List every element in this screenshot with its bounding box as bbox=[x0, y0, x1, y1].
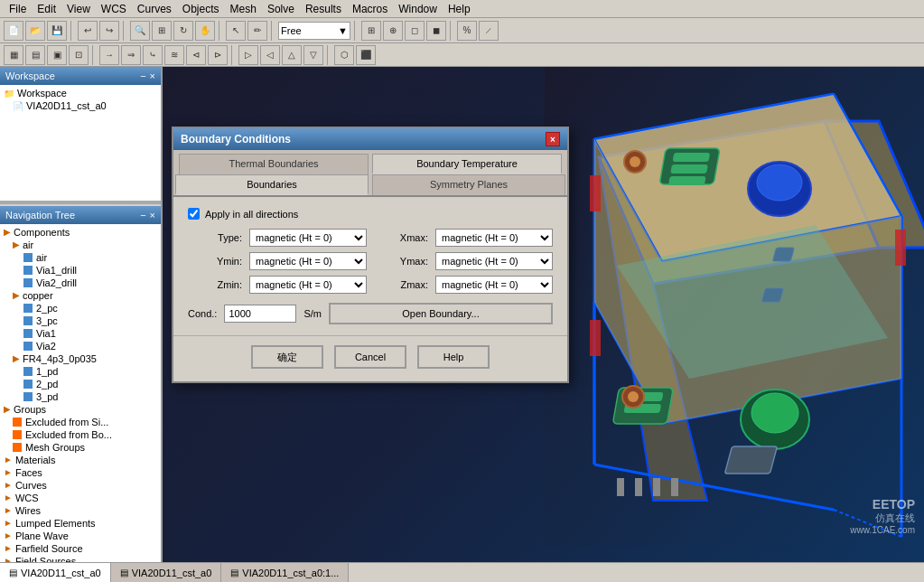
nav-item-21[interactable]: ► WCS bbox=[2, 492, 159, 504]
workspace-pin[interactable]: − bbox=[140, 70, 145, 81]
snap-button[interactable]: ⊕ bbox=[383, 21, 403, 41]
mesh-btn2[interactable]: ▤ bbox=[25, 45, 45, 65]
zoom-in-button[interactable]: 🔍 bbox=[130, 21, 150, 41]
nav-item-8[interactable]: Via1 bbox=[2, 327, 159, 340]
ymin-select[interactable]: magnetic (Ht = 0)electric (Et = 0)open (… bbox=[249, 252, 367, 270]
zoom-fit-button[interactable]: ⊞ bbox=[152, 21, 172, 41]
menu-macros[interactable]: Macros bbox=[347, 1, 393, 17]
nav-item-1[interactable]: ▶ air bbox=[2, 239, 159, 251]
open-boundary-button[interactable]: Open Boundary... bbox=[329, 303, 553, 324]
nav-item-14[interactable]: ▶ Groups bbox=[2, 403, 159, 416]
menu-help[interactable]: Help bbox=[443, 1, 476, 17]
workspace-root[interactable]: 📁 Workspace bbox=[2, 87, 159, 99]
tab-symmetry-planes[interactable]: Symmetry Planes bbox=[372, 174, 565, 195]
xmax-select[interactable]: magnetic (Ht = 0)electric (Et = 0)open (… bbox=[435, 229, 553, 247]
nav-item-25[interactable]: ► Farfield Source bbox=[2, 542, 159, 555]
view-btn3[interactable]: △ bbox=[282, 45, 302, 65]
ymax-select[interactable]: magnetic (Ht = 0)electric (Et = 0)open (… bbox=[435, 252, 553, 270]
new-button[interactable]: 📄 bbox=[4, 21, 23, 41]
cond-input[interactable] bbox=[224, 305, 296, 323]
view-btn2[interactable]: ◁ bbox=[260, 45, 280, 65]
line-button[interactable]: ⟋ bbox=[479, 21, 499, 41]
menu-objects[interactable]: Objects bbox=[177, 1, 225, 17]
nav-item-23[interactable]: ► Lumped Elements bbox=[2, 517, 159, 530]
nav-item-19[interactable]: ► Faces bbox=[2, 466, 159, 479]
nav-item-13[interactable]: 3_pd bbox=[2, 390, 159, 403]
menu-view[interactable]: View bbox=[61, 1, 96, 17]
solid-button[interactable]: ◼ bbox=[426, 21, 446, 41]
nav-item-7[interactable]: 3_pc bbox=[2, 314, 159, 327]
view-btn4[interactable]: ▽ bbox=[303, 45, 323, 65]
nav-item-9[interactable]: Via2 bbox=[2, 340, 159, 352]
tab-thermal-boundaries[interactable]: Thermal Boundaries bbox=[179, 154, 369, 174]
apply-all-checkbox[interactable] bbox=[188, 208, 200, 220]
menu-mesh[interactable]: Mesh bbox=[225, 1, 262, 17]
field-btn4[interactable]: ≋ bbox=[164, 45, 184, 65]
menu-solve[interactable]: Solve bbox=[262, 1, 300, 17]
undo-button[interactable]: ↩ bbox=[78, 21, 98, 41]
field-btn2[interactable]: ⇒ bbox=[121, 45, 141, 65]
menu-wcs[interactable]: WCS bbox=[96, 1, 132, 17]
iso-btn[interactable]: ⬡ bbox=[334, 45, 354, 65]
nav-close[interactable]: × bbox=[150, 210, 155, 221]
zmin-select[interactable]: magnetic (Ht = 0)electric (Et = 0)open (… bbox=[249, 276, 367, 294]
status-tab-2[interactable]: ▤ VIA20D11_cst_a0:1... bbox=[221, 563, 349, 582]
rotate-button[interactable]: ↻ bbox=[173, 21, 193, 41]
nav-item-11[interactable]: 1_pd bbox=[2, 365, 159, 378]
nav-item-5[interactable]: ▶ copper bbox=[2, 289, 159, 302]
status-tab-0[interactable]: ▤ VIA20D11_cst_a0 bbox=[0, 563, 111, 582]
nav-item-18[interactable]: ► Materials bbox=[2, 454, 159, 466]
field-btn6[interactable]: ⊳ bbox=[208, 45, 228, 65]
nav-item-3[interactable]: Via1_drill bbox=[2, 264, 159, 277]
zmax-select[interactable]: magnetic (Ht = 0)electric (Et = 0)open (… bbox=[435, 276, 553, 294]
save-button[interactable]: 💾 bbox=[47, 21, 67, 41]
menu-results[interactable]: Results bbox=[300, 1, 347, 17]
nav-item-15[interactable]: Excluded from Si... bbox=[2, 416, 159, 428]
nav-item-12[interactable]: 2_pd bbox=[2, 378, 159, 390]
mesh-btn3[interactable]: ▣ bbox=[47, 45, 67, 65]
open-button[interactable]: 📂 bbox=[25, 21, 45, 41]
menu-file[interactable]: File bbox=[4, 1, 32, 17]
nav-item-4[interactable]: Via2_drill bbox=[2, 277, 159, 289]
mesh-btn4[interactable]: ⊡ bbox=[69, 45, 89, 65]
nav-item-16[interactable]: Excluded from Bo... bbox=[2, 428, 159, 441]
tab-boundaries[interactable]: Boundaries bbox=[175, 174, 369, 195]
nav-item-26[interactable]: ► Field Sources bbox=[2, 555, 159, 563]
nav-item-0[interactable]: ▶ Components bbox=[2, 226, 159, 239]
field-btn3[interactable]: ⤷ bbox=[143, 45, 163, 65]
front-btn[interactable]: ⬛ bbox=[356, 45, 376, 65]
nav-item-6[interactable]: 2_pc bbox=[2, 302, 159, 314]
mesh-btn1[interactable]: ▦ bbox=[4, 45, 23, 65]
nav-item-24[interactable]: ► Plane Wave bbox=[2, 530, 159, 542]
nav-item-20[interactable]: ► Curves bbox=[2, 479, 159, 492]
workspace-close[interactable]: × bbox=[150, 70, 155, 81]
select-button[interactable]: ↖ bbox=[226, 21, 246, 41]
field-btn1[interactable]: → bbox=[99, 45, 119, 65]
draw-button[interactable]: ✏ bbox=[247, 21, 267, 41]
view-btn1[interactable]: ▷ bbox=[238, 45, 258, 65]
tab-boundary-temperature[interactable]: Boundary Temperature bbox=[372, 154, 562, 174]
confirm-button[interactable]: 确定 bbox=[251, 345, 323, 369]
menu-window[interactable]: Window bbox=[393, 1, 443, 17]
nav-item-22[interactable]: ► Wires bbox=[2, 504, 159, 517]
grid-button[interactable]: ⊞ bbox=[361, 21, 381, 41]
wireframe-button[interactable]: ◻ bbox=[405, 21, 425, 41]
nav-item-10[interactable]: ▶ FR4_4p3_0p035 bbox=[2, 352, 159, 365]
menu-curves[interactable]: Curves bbox=[132, 1, 177, 17]
menu-edit[interactable]: Edit bbox=[32, 1, 61, 17]
type-select[interactable]: magnetic (Ht = 0)electric (Et = 0)open (… bbox=[249, 229, 367, 247]
nav-item-17[interactable]: Mesh Groups bbox=[2, 441, 159, 454]
free-dropdown[interactable]: Free ▼ bbox=[278, 22, 350, 40]
percent-button[interactable]: % bbox=[457, 21, 477, 41]
resize-handle[interactable] bbox=[0, 201, 161, 204]
nav-item-2[interactable]: air bbox=[2, 251, 159, 264]
nav-pin[interactable]: − bbox=[140, 210, 145, 221]
status-tab-1[interactable]: ▤ VIA20D11_cst_a0 bbox=[111, 563, 222, 582]
dialog-close-button[interactable]: × bbox=[546, 132, 560, 146]
field-btn5[interactable]: ⊲ bbox=[186, 45, 206, 65]
pan-button[interactable]: ✋ bbox=[195, 21, 215, 41]
redo-button[interactable]: ↪ bbox=[99, 21, 119, 41]
workspace-project[interactable]: 📄 VIA20D11_cst_a0 bbox=[2, 99, 159, 112]
help-button[interactable]: Help bbox=[417, 345, 490, 369]
cancel-button[interactable]: Cancel bbox=[334, 345, 406, 369]
